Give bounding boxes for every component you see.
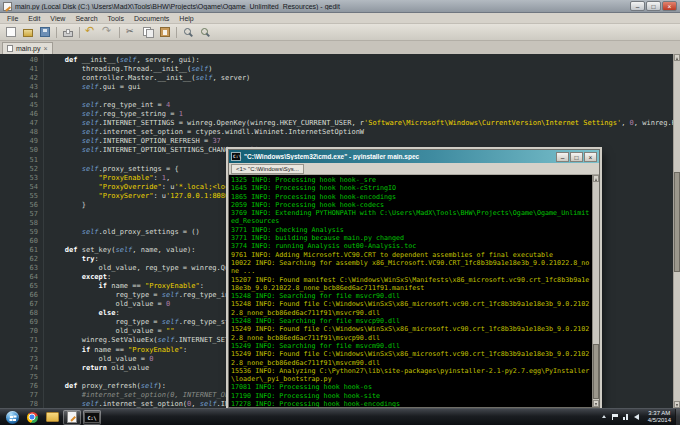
search-icon <box>183 27 193 37</box>
console-line: 1865 INFO: Processing hook hook-encoding… <box>231 193 590 201</box>
line-number: 43 <box>0 83 38 92</box>
console-close-button[interactable]: × <box>584 152 597 162</box>
console-minimize-button[interactable]: – <box>556 152 569 162</box>
line-number: 75 <box>0 373 38 382</box>
explorer-taskbar-button[interactable] <box>43 410 61 425</box>
menu-documents[interactable]: Documents <box>129 15 174 22</box>
code-line: self.reg_type_int = 4 <box>48 101 673 110</box>
network-icon[interactable] <box>623 413 630 421</box>
minimize-button[interactable]: – <box>630 1 645 11</box>
show-desktop-button[interactable] <box>675 409 680 425</box>
line-number: 55 <box>0 192 38 201</box>
code-line: threading.Thread.__init__(self) <box>48 65 673 74</box>
line-number: 69 <box>0 318 38 327</box>
line-number: 52 <box>0 165 38 174</box>
volume-icon[interactable] <box>634 413 641 421</box>
paste-button[interactable] <box>157 25 173 39</box>
console-scrollbar[interactable] <box>592 175 599 407</box>
code-line: self.gui = gui <box>48 83 673 92</box>
editor-scrollbar[interactable] <box>673 54 680 408</box>
line-number: 58 <box>0 219 38 228</box>
menu-tools[interactable]: Tools <box>103 15 129 22</box>
console-scroll-up-icon[interactable] <box>593 175 599 182</box>
console-tab-label: <1> "C:\Windows\Sys... <box>236 166 299 172</box>
console-maximize-button[interactable]: □ <box>570 152 583 162</box>
line-number: 78 <box>0 400 38 408</box>
code-line: def __init__(self, server, gui): <box>48 56 673 65</box>
start-button[interactable] <box>3 410 21 425</box>
menu-help[interactable]: Help <box>174 15 198 22</box>
console-line: 10022 INFO: Searching for assembly x86_M… <box>231 259 590 276</box>
gedit-app-icon <box>3 2 12 11</box>
console-tab[interactable]: <1> "C:\Windows\Sys... <box>231 164 304 174</box>
menu-edit[interactable]: Edit <box>23 15 45 22</box>
new-document-button[interactable] <box>3 25 19 39</box>
clock[interactable]: 3:37 AM 4/5/2014 <box>644 410 675 424</box>
console-output[interactable]: 1325 INFO: Processing hook hook-_sre1645… <box>229 175 592 407</box>
maximize-button[interactable]: □ <box>646 1 661 11</box>
print-icon <box>63 31 73 37</box>
line-number: 48 <box>0 128 38 137</box>
line-number: 65 <box>0 282 38 291</box>
open-folder-button[interactable] <box>20 25 36 39</box>
code-line: self.INTERNET_OPTION_REFRESH = 37 <box>48 137 673 146</box>
console-scrollbar-thumb[interactable] <box>593 344 599 399</box>
line-number: 50 <box>0 146 38 155</box>
line-number: 41 <box>0 65 38 74</box>
console-scroll-down-icon[interactable] <box>593 400 599 407</box>
copy-button[interactable] <box>140 25 156 39</box>
hidden-icons-chevron-icon[interactable] <box>601 413 608 421</box>
console-line: 3771 INFO: checking Analysis <box>231 226 590 234</box>
line-number: 71 <box>0 336 38 345</box>
line-number: 76 <box>0 382 38 391</box>
cmd-taskbar-button[interactable] <box>83 410 101 425</box>
chrome-taskbar-button[interactable] <box>23 410 41 425</box>
line-number: 56 <box>0 201 38 210</box>
line-number: 70 <box>0 327 38 336</box>
undo-button[interactable] <box>83 25 99 39</box>
tab-main-py[interactable]: main.py × <box>2 42 53 54</box>
clock-time: 3:37 AM <box>648 410 671 417</box>
save-button[interactable] <box>37 25 53 39</box>
console-line: 15248 INFO: Found file C:\Windows\WinSxS… <box>231 300 590 317</box>
taskbar-buttons <box>0 409 102 425</box>
gedit-titlebar[interactable]: main.py (Local Disk (C:) \Users\MadX\Too… <box>0 0 680 13</box>
console-line: 15249 INFO: Found file C:\Windows\WinSxS… <box>231 325 590 342</box>
console-line: 2059 INFO: Processing hook hook-codecs <box>231 201 590 209</box>
code-line <box>48 92 673 101</box>
line-number: 54 <box>0 183 38 192</box>
console-line: 15249 INFO: Found file C:\Windows\WinSxS… <box>231 350 590 367</box>
action-center-flag-icon[interactable] <box>612 413 619 421</box>
tab-label: main.py <box>16 45 41 52</box>
cmd-icon <box>231 152 241 161</box>
menu-view[interactable]: View <box>45 15 70 22</box>
line-number: 72 <box>0 346 38 355</box>
line-number: 74 <box>0 364 38 373</box>
search-replace-button[interactable] <box>197 25 213 39</box>
close-button[interactable]: × <box>662 1 677 11</box>
clock-date: 4/5/2014 <box>648 417 671 424</box>
console-line: 9761 INFO: Adding Microsoft.VC90.CRT to … <box>231 251 590 259</box>
paste-icon <box>160 27 170 37</box>
print-button[interactable] <box>60 25 76 39</box>
open-folder-icon <box>23 29 33 37</box>
tab-close-icon[interactable]: × <box>44 45 48 52</box>
copy-icon <box>143 27 153 37</box>
scroll-up-icon[interactable] <box>674 54 680 61</box>
editor-scrollbar-thumb[interactable] <box>674 172 680 272</box>
line-number: 63 <box>0 264 38 273</box>
menu-file[interactable]: File <box>2 15 23 22</box>
search-button[interactable] <box>180 25 196 39</box>
console-line: 15207 INFO: Found manifest C:\Windows\Wi… <box>231 276 590 293</box>
redo-button[interactable] <box>100 25 116 39</box>
gedit-taskbar-button[interactable] <box>63 410 81 425</box>
gedit-menubar: FileEditViewSearchToolsDocumentsHelp <box>0 13 680 24</box>
document-icon <box>7 45 13 52</box>
cut-button[interactable] <box>123 25 139 39</box>
line-number: 64 <box>0 273 38 282</box>
new-document-icon <box>6 27 16 37</box>
console-titlebar[interactable]: "C:\Windows\System32\cmd.exe" - pyinstal… <box>229 150 599 163</box>
scroll-down-icon[interactable] <box>674 401 680 408</box>
menu-search[interactable]: Search <box>70 15 102 22</box>
gedit-window-title: main.py (Local Disk (C:) \Users\MadX\Too… <box>15 3 627 10</box>
